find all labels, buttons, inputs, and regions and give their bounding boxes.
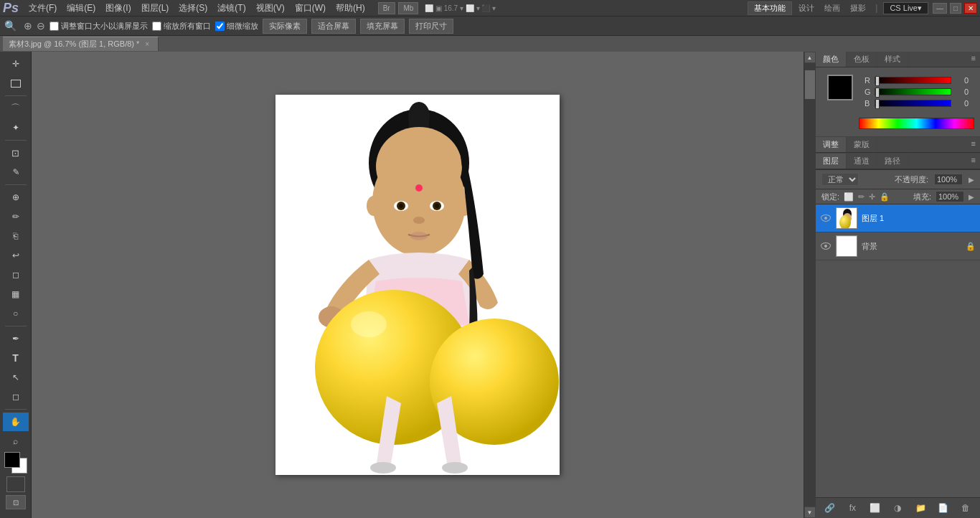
workspace-photo-btn[interactable]: 摄影 [847,2,870,14]
lock-move-btn[interactable]: ✛ [869,192,875,202]
bridge-btn[interactable]: Br [378,2,395,14]
print-size-btn[interactable]: 打印尺寸 [409,19,453,34]
path-select-btn[interactable]: ↖ [3,368,29,387]
zoom-out-icon[interactable]: ⊖ [37,20,45,32]
green-slider[interactable] [875,88,951,95]
eraser-btn[interactable]: ◻ [3,265,29,284]
add-style-btn[interactable]: fx [844,501,860,515]
foreground-color-box[interactable] [827,75,853,100]
menu-window[interactable]: 窗口(W) [291,1,330,16]
scrubby-zoom-checkbox[interactable]: 细微缩放 [215,21,258,32]
eyedropper-btn[interactable]: ✏ [3,163,29,182]
fit-screen-btn[interactable]: 适合屏幕 [311,19,356,34]
fill-arrow[interactable]: ▶ [969,193,974,201]
vertical-scrollbar[interactable]: ▲ ▼ [804,52,815,518]
minimize-btn[interactable]: — [933,3,947,14]
move-tool-btn[interactable]: ✛ [3,55,29,73]
fill-input[interactable] [936,191,964,202]
gradient-icon: ▦ [11,289,19,299]
menu-layer[interactable]: 图层(L) [137,1,174,16]
quick-mask-btn[interactable] [6,476,25,492]
lock-pixels-btn[interactable]: ✏ [858,192,864,202]
tab-color[interactable]: 颜色 [816,52,847,67]
lasso-tool-btn[interactable]: ⌒ [3,99,29,118]
gradient-btn[interactable]: ▦ [3,285,29,303]
menu-filter[interactable]: 滤镜(T) [213,1,250,16]
foreground-color-swatch[interactable] [4,452,20,468]
color-panel-menu[interactable]: ≡ [967,52,980,67]
opacity-input[interactable] [934,174,963,185]
zoom-tool-btn[interactable]: ⌕ [3,432,29,451]
bg-visibility[interactable] [820,240,831,252]
menu-edit[interactable]: 编辑(E) [62,1,100,16]
workspace-basic-btn[interactable]: 基本功能 [748,1,792,15]
new-layer-btn[interactable]: 📄 [936,501,951,515]
tab-paths[interactable]: 路径 [877,154,908,169]
brush-tool-btn[interactable]: ✏ [3,207,29,226]
pen-tool-btn[interactable]: ✒ [3,329,29,348]
shape-tool-btn[interactable]: ◻ [3,387,29,406]
new-group-btn[interactable]: 📁 [913,501,928,515]
scroll-up-arrow[interactable]: ▲ [804,52,816,63]
opacity-arrow[interactable]: ▶ [969,176,974,184]
zoom-in-icon[interactable]: ⊕ [24,20,32,32]
menu-help[interactable]: 帮助(H) [331,1,369,16]
tab-close-icon[interactable]: × [145,40,149,48]
blue-slider[interactable] [875,100,951,107]
type-tool-btn[interactable]: T [3,349,29,367]
crop-tool-btn[interactable]: ⊡ [3,143,29,162]
tab-layers[interactable]: 图层 [816,154,847,169]
red-thumb[interactable] [875,76,880,86]
menu-select[interactable]: 选择(S) [174,1,212,16]
tab-swatches[interactable]: 色板 [847,52,877,67]
scroll-thumb[interactable] [805,70,815,99]
marquee-tool-btn[interactable] [3,74,29,93]
color-spectrum[interactable] [859,118,974,129]
layer-item-1[interactable]: 图层 1 [816,204,980,232]
actual-pixels-btn[interactable]: 实际像素 [263,19,307,34]
workspace-paint-btn[interactable]: 绘画 [821,2,844,14]
zoom-all-windows-checkbox[interactable]: 缩放所有窗口 [152,21,211,32]
fit-window-checkbox[interactable]: 调整窗口大小以满屏显示 [50,21,148,32]
layer-mode-select[interactable]: 正常 [821,173,859,186]
tab-masks[interactable]: 蒙版 [847,137,877,152]
delete-layer-btn[interactable]: 🗑 [958,501,974,515]
tab-channels[interactable]: 通道 [847,154,877,169]
lock-transparent-btn[interactable]: ⬜ [844,192,854,202]
magic-wand-btn[interactable]: ✦ [3,118,29,137]
green-thumb[interactable] [875,88,880,98]
hand-tool-btn[interactable]: ✋ [3,413,29,431]
layer-item-bg[interactable]: 背景 🔒 [816,232,980,260]
red-slider[interactable] [875,77,951,84]
menu-view[interactable]: 视图(V) [252,1,289,16]
close-btn[interactable]: ✕ [964,3,977,14]
adj-panel-menu[interactable]: ≡ [967,137,980,152]
history-brush-btn[interactable]: ↩ [3,246,29,265]
tab-styles[interactable]: 样式 [877,52,908,67]
healing-brush-btn[interactable]: ⊕ [3,188,29,207]
menu-image[interactable]: 图像(I) [101,1,135,16]
clone-stamp-btn[interactable]: ⎗ [3,227,29,245]
layer-1-visibility[interactable] [820,212,831,224]
zoom-tool-icon[interactable]: 🔍 [4,20,17,32]
scroll-down-arrow[interactable]: ▼ [804,507,816,518]
svg-point-5 [376,127,462,206]
new-adjustment-btn[interactable]: ◑ [890,501,905,515]
dodge-btn[interactable]: ○ [3,304,29,323]
screen-mode-btn[interactable]: ⊡ [6,495,26,509]
cs-live-btn[interactable]: CS Live▾ [883,2,928,14]
maximize-btn[interactable]: □ [950,3,961,14]
menu-file[interactable]: 文件(F) [24,1,61,16]
blue-thumb[interactable] [875,99,880,109]
workspace-design-btn[interactable]: 设计 [795,2,818,14]
add-mask-btn[interactable]: ⬜ [867,501,883,515]
document-tab[interactable]: 素材3.jpg @ 16.7% (图层 1, RGB/8) * × [3,37,159,51]
link-layers-btn[interactable]: 🔗 [822,501,838,515]
scroll-track[interactable] [804,63,816,507]
svg-point-23 [442,462,468,474]
minibridge-btn[interactable]: Mb [398,2,418,14]
layers-panel-menu[interactable]: ≡ [967,154,980,169]
tab-adjustments[interactable]: 调整 [816,137,847,152]
fill-screen-btn[interactable]: 填充屏幕 [360,19,405,34]
lock-all-btn[interactable]: 🔒 [880,192,890,202]
